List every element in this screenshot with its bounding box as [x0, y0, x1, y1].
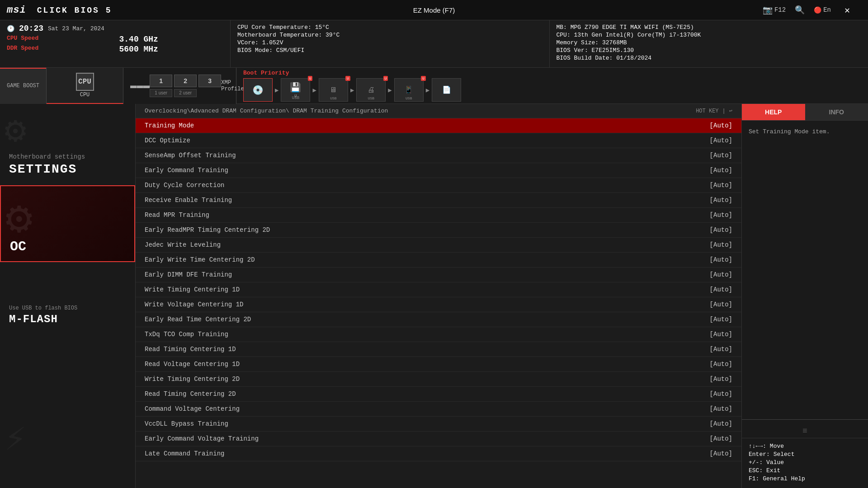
table-row[interactable]: Early Command Voltage Training [Auto] — [136, 432, 741, 446]
help-text: Set Training Mode item. — [749, 127, 861, 136]
sidebar-oc-section[interactable]: ⚙ OC — [0, 185, 135, 262]
table-row[interactable]: Write Timing Centering 1D [Auto] — [136, 282, 741, 297]
hot-key-area: HOT KEY | ↩ — [696, 108, 732, 114]
f12-label: F12 — [774, 6, 786, 14]
setting-name: Write Timing Centering 2D — [145, 375, 240, 383]
sidebar-mflash-section[interactable]: ⚡ Use USB to flash BIOS M-FLASH — [0, 262, 135, 334]
time-display: 20:23 — [19, 24, 43, 33]
clock-icon: 🕐 — [7, 25, 14, 33]
table-row[interactable]: Early Read Time Centering 2D [Auto] — [136, 312, 741, 327]
table-row[interactable]: Read Timing Centering 1D [Auto] — [136, 342, 741, 357]
bios-mode-label: BIOS Mode: — [237, 47, 273, 54]
help-tab-button[interactable]: HELP — [742, 104, 805, 120]
setting-name: Write Timing Centering 1D — [145, 286, 240, 293]
table-row[interactable]: Command Voltage Centering [Auto] — [136, 402, 741, 417]
table-row[interactable]: Early Command Training [Auto] — [136, 163, 741, 178]
setting-value: [Auto] — [710, 346, 732, 353]
info-tab-button[interactable]: INFO — [805, 104, 868, 120]
close-button[interactable]: ✕ — [844, 5, 850, 16]
cpu-row: CPU: 13th Gen Intel(R) Core(TM) i7-13700… — [557, 32, 862, 38]
ram-icon: ▬▬▬ — [130, 80, 150, 92]
sidebar-settings-section[interactable]: ⚙ Motherboard settings SETTINGS — [0, 104, 135, 185]
key-action: Exit — [766, 467, 780, 474]
key-action: Move — [770, 443, 784, 450]
memory-label: Memory Size: — [557, 39, 599, 46]
table-row[interactable]: VccDLL Bypass Training [Auto] — [136, 417, 741, 432]
table-row[interactable]: Early DIMM DFE Training [Auto] — [136, 267, 741, 282]
boot-device-usb3[interactable]: 🖨 U USB — [356, 78, 386, 102]
table-row[interactable]: Jedec Write Leveling [Auto] — [136, 238, 741, 253]
content-area: Overclocking\Advanced DRAM Configuration… — [136, 104, 741, 488]
boot-priority-label: Boot Priority — [243, 70, 861, 76]
table-row[interactable]: Read Timing Centering 2D [Auto] — [136, 387, 741, 402]
game-boost-section: GAME BOOST — [0, 68, 47, 104]
boot-device-usb2[interactable]: 🖥 U USB — [319, 78, 348, 102]
back-icon[interactable]: ↩ — [729, 108, 732, 114]
setting-value: [Auto] — [710, 435, 732, 442]
boot-device-file[interactable]: 📄 — [432, 78, 461, 102]
help-tabs: HELP INFO — [742, 104, 868, 121]
setting-name: Read Timing Centering 1D — [145, 346, 236, 353]
mb-temp-value: 39°C — [326, 32, 340, 38]
bios-mode-value: CSM/UEFI — [276, 47, 304, 54]
app-logo: msi CLICK BIOS 5 — [7, 5, 112, 16]
setting-value: [Auto] — [710, 405, 732, 413]
profiles-bar: GAME BOOST CPU CPU ▬▬▬ 1 2 3 1 user 2 us… — [0, 68, 868, 104]
setting-name: SenseAmp Offset Training — [145, 152, 236, 159]
key-help-row: Enter: Select — [749, 451, 861, 458]
xmp-button-1[interactable]: 1 — [150, 75, 172, 87]
xmp-user-2-button[interactable]: 2 user — [174, 89, 197, 97]
bios-date-label: BIOS Build Date: — [557, 55, 613, 61]
key-help-row: ESC: Exit — [749, 467, 861, 474]
ddr-speed-label: DDR Speed — [7, 45, 115, 54]
settings-big-label: SETTINGS — [9, 162, 126, 176]
system-right-info: MB: MPG Z790 EDGE TI MAX WIFI (MS-7E25) … — [550, 20, 868, 67]
table-row[interactable]: Duty Cycle Correction [Auto] — [136, 178, 741, 193]
vcore-label: VCore: — [237, 39, 259, 46]
table-row[interactable]: DCC Optimize [Auto] — [136, 133, 741, 148]
search-icon-group[interactable]: 🔍 — [795, 5, 805, 15]
xmp-button-3[interactable]: 3 — [198, 75, 221, 87]
boot-device-usb4[interactable]: 📱 U USB — [394, 78, 424, 102]
table-row[interactable]: Receive Enable Training [Auto] — [136, 193, 741, 208]
usb-badge-4: U — [421, 76, 426, 81]
cpu-label: CPU: — [557, 32, 571, 38]
table-row[interactable]: TxDq TCO Comp Training [Auto] — [136, 327, 741, 342]
boot-device-hdd[interactable]: 💿 — [243, 78, 273, 102]
main-layout: ⚙ Motherboard settings SETTINGS ⚙ OC ⚡ U… — [0, 104, 868, 488]
xmp-button-2[interactable]: 2 — [174, 75, 197, 87]
msi-logo-text: msi — [7, 5, 26, 16]
setting-name: Training Mode — [145, 122, 194, 129]
cpu-profile-section[interactable]: CPU CPU — [47, 68, 123, 104]
table-row[interactable]: Write Voltage Centering 1D [Auto] — [136, 297, 741, 312]
setting-value: [Auto] — [710, 137, 732, 144]
table-row[interactable]: Early ReadMPR Timing Centering 2D [Auto] — [136, 223, 741, 238]
setting-name: TxDq TCO Comp Training — [145, 331, 228, 338]
setting-name: Jedec Write Leveling — [145, 241, 221, 249]
hot-key-separator: | — [722, 108, 726, 114]
cpu-speed-value: 3.40 GHz — [119, 35, 224, 44]
table-row[interactable]: Late Command Training [Auto] — [136, 446, 741, 461]
vcore-row: VCore: 1.052V — [237, 39, 542, 46]
settings-list: Training Mode [Auto] DCC Optimize [Auto]… — [136, 118, 741, 488]
setting-value: [Auto] — [710, 226, 732, 234]
bios-date-value: 01/18/2024 — [616, 55, 651, 61]
key-label: ↑↓←→: — [749, 443, 766, 450]
settings-title: Motherboard settings — [9, 153, 126, 160]
xmp-user-1-button[interactable]: 1 user — [150, 89, 172, 97]
table-row[interactable]: Read Voltage Centering 1D [Auto] — [136, 357, 741, 372]
bios-ver-label: BIOS Ver: — [557, 47, 588, 54]
boot-arrow-5: ▶ — [426, 86, 429, 94]
table-row[interactable]: Training Mode [Auto] — [136, 118, 741, 133]
table-row[interactable]: Write Timing Centering 2D [Auto] — [136, 372, 741, 387]
setting-name: Command Voltage Centering — [145, 405, 240, 413]
language-selector[interactable]: 🔴 En — [814, 6, 831, 14]
cpu-icon-text: CPU — [78, 78, 91, 86]
screenshot-icon-group[interactable]: 📷 F12 — [763, 5, 786, 15]
boot-device-usb1[interactable]: 💾 U U USB — [281, 78, 310, 102]
table-row[interactable]: SenseAmp Offset Training [Auto] — [136, 148, 741, 163]
table-row[interactable]: Early Write Time Centering 2D [Auto] — [136, 253, 741, 267]
table-row[interactable]: Read MPR Training [Auto] — [136, 208, 741, 223]
ez-mode-button[interactable]: EZ Mode (F7) — [413, 6, 455, 14]
setting-name: Early Command Training — [145, 167, 228, 174]
